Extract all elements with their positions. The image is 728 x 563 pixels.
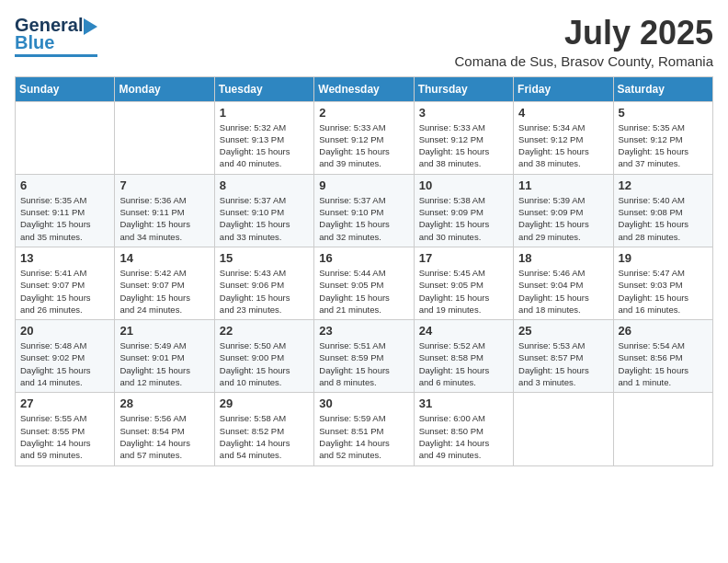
calendar-cell <box>115 101 214 174</box>
calendar-cell: 2Sunrise: 5:33 AM Sunset: 9:12 PM Daylig… <box>314 101 414 174</box>
calendar-cell <box>514 393 613 465</box>
day-info: Sunrise: 5:38 AM Sunset: 9:09 PM Dayligh… <box>419 194 508 243</box>
day-number: 5 <box>619 106 708 120</box>
page-header: General Blue July 2025 Comana de Sus, Br… <box>15 15 713 69</box>
week-row-3: 13Sunrise: 5:41 AM Sunset: 9:07 PM Dayli… <box>16 247 713 319</box>
day-info: Sunrise: 6:00 AM Sunset: 8:50 PM Dayligh… <box>419 412 508 461</box>
day-number: 28 <box>119 396 209 410</box>
calendar-cell: 21Sunrise: 5:49 AM Sunset: 9:01 PM Dayli… <box>115 320 214 393</box>
day-info: Sunrise: 5:52 AM Sunset: 8:58 PM Dayligh… <box>419 339 508 388</box>
day-number: 21 <box>119 324 209 338</box>
week-row-4: 20Sunrise: 5:48 AM Sunset: 9:02 PM Dayli… <box>16 320 713 393</box>
calendar-cell: 15Sunrise: 5:43 AM Sunset: 9:06 PM Dayli… <box>214 247 313 319</box>
week-row-5: 27Sunrise: 5:55 AM Sunset: 8:55 PM Dayli… <box>16 393 713 465</box>
day-info: Sunrise: 5:44 AM Sunset: 9:05 PM Dayligh… <box>319 267 408 316</box>
day-number: 22 <box>220 324 309 338</box>
day-number: 23 <box>319 324 408 338</box>
logo: General Blue <box>15 15 97 57</box>
day-number: 1 <box>220 106 309 120</box>
day-info: Sunrise: 5:56 AM Sunset: 8:54 PM Dayligh… <box>119 412 209 461</box>
day-number: 2 <box>319 106 408 120</box>
day-number: 10 <box>419 178 508 192</box>
day-info: Sunrise: 5:46 AM Sunset: 9:04 PM Dayligh… <box>518 267 608 316</box>
day-info: Sunrise: 5:51 AM Sunset: 8:59 PM Dayligh… <box>319 339 408 388</box>
calendar-cell: 12Sunrise: 5:40 AM Sunset: 9:08 PM Dayli… <box>613 174 712 247</box>
day-info: Sunrise: 5:35 AM Sunset: 9:12 PM Dayligh… <box>619 121 708 170</box>
day-info: Sunrise: 5:32 AM Sunset: 9:13 PM Dayligh… <box>220 121 309 170</box>
day-number: 27 <box>20 396 109 410</box>
day-info: Sunrise: 5:48 AM Sunset: 9:02 PM Dayligh… <box>20 339 109 388</box>
calendar-cell <box>613 393 712 465</box>
calendar-cell: 25Sunrise: 5:53 AM Sunset: 8:57 PM Dayli… <box>514 320 613 393</box>
day-number: 25 <box>518 324 608 338</box>
calendar-header-row: SundayMondayTuesdayWednesdayThursdayFrid… <box>16 76 713 101</box>
logo-blue: Blue <box>15 32 54 53</box>
day-number: 11 <box>518 178 608 192</box>
calendar-body: 1Sunrise: 5:32 AM Sunset: 9:13 PM Daylig… <box>16 101 713 465</box>
day-info: Sunrise: 5:33 AM Sunset: 9:12 PM Dayligh… <box>319 121 408 170</box>
calendar-cell: 30Sunrise: 5:59 AM Sunset: 8:51 PM Dayli… <box>314 393 414 465</box>
col-header-monday: Monday <box>115 76 214 101</box>
calendar-cell: 23Sunrise: 5:51 AM Sunset: 8:59 PM Dayli… <box>314 320 414 393</box>
day-number: 24 <box>419 324 508 338</box>
week-row-1: 1Sunrise: 5:32 AM Sunset: 9:13 PM Daylig… <box>16 101 713 174</box>
calendar-cell: 22Sunrise: 5:50 AM Sunset: 9:00 PM Dayli… <box>214 320 313 393</box>
day-number: 26 <box>619 324 708 338</box>
calendar-cell: 6Sunrise: 5:35 AM Sunset: 9:11 PM Daylig… <box>16 174 115 247</box>
day-info: Sunrise: 5:37 AM Sunset: 9:10 PM Dayligh… <box>220 194 309 243</box>
calendar-cell: 24Sunrise: 5:52 AM Sunset: 8:58 PM Dayli… <box>414 320 513 393</box>
day-info: Sunrise: 5:47 AM Sunset: 9:03 PM Dayligh… <box>619 267 708 316</box>
day-number: 4 <box>518 106 608 120</box>
calendar-cell: 29Sunrise: 5:58 AM Sunset: 8:52 PM Dayli… <box>214 393 313 465</box>
day-number: 7 <box>119 178 209 192</box>
calendar-cell: 26Sunrise: 5:54 AM Sunset: 8:56 PM Dayli… <box>613 320 712 393</box>
day-info: Sunrise: 5:45 AM Sunset: 9:05 PM Dayligh… <box>419 267 508 316</box>
title-block: July 2025 Comana de Sus, Brasov County, … <box>454 15 713 69</box>
calendar-cell: 7Sunrise: 5:36 AM Sunset: 9:11 PM Daylig… <box>115 174 214 247</box>
day-info: Sunrise: 5:53 AM Sunset: 8:57 PM Dayligh… <box>518 339 608 388</box>
col-header-wednesday: Wednesday <box>314 76 414 101</box>
week-row-2: 6Sunrise: 5:35 AM Sunset: 9:11 PM Daylig… <box>16 174 713 247</box>
day-info: Sunrise: 5:40 AM Sunset: 9:08 PM Dayligh… <box>619 194 708 243</box>
calendar-cell: 28Sunrise: 5:56 AM Sunset: 8:54 PM Dayli… <box>115 393 214 465</box>
day-info: Sunrise: 5:33 AM Sunset: 9:12 PM Dayligh… <box>419 121 508 170</box>
calendar-cell: 13Sunrise: 5:41 AM Sunset: 9:07 PM Dayli… <box>16 247 115 319</box>
calendar-cell: 16Sunrise: 5:44 AM Sunset: 9:05 PM Dayli… <box>314 247 414 319</box>
day-number: 18 <box>518 251 608 265</box>
calendar-cell: 27Sunrise: 5:55 AM Sunset: 8:55 PM Dayli… <box>16 393 115 465</box>
day-number: 29 <box>220 396 309 410</box>
calendar-cell <box>16 101 115 174</box>
day-number: 30 <box>319 396 408 410</box>
day-number: 8 <box>220 178 309 192</box>
day-info: Sunrise: 5:59 AM Sunset: 8:51 PM Dayligh… <box>319 412 408 461</box>
calendar-cell: 10Sunrise: 5:38 AM Sunset: 9:09 PM Dayli… <box>414 174 513 247</box>
calendar: SundayMondayTuesdayWednesdayThursdayFrid… <box>15 76 713 466</box>
day-info: Sunrise: 5:55 AM Sunset: 8:55 PM Dayligh… <box>20 412 109 461</box>
day-info: Sunrise: 5:34 AM Sunset: 9:12 PM Dayligh… <box>518 121 608 170</box>
day-info: Sunrise: 5:42 AM Sunset: 9:07 PM Dayligh… <box>119 267 209 316</box>
calendar-cell: 1Sunrise: 5:32 AM Sunset: 9:13 PM Daylig… <box>214 101 313 174</box>
day-info: Sunrise: 5:41 AM Sunset: 9:07 PM Dayligh… <box>20 267 109 316</box>
col-header-friday: Friday <box>514 76 613 101</box>
day-number: 13 <box>20 251 109 265</box>
day-number: 12 <box>619 178 708 192</box>
calendar-cell: 9Sunrise: 5:37 AM Sunset: 9:10 PM Daylig… <box>314 174 414 247</box>
day-info: Sunrise: 5:39 AM Sunset: 9:09 PM Dayligh… <box>518 194 608 243</box>
calendar-cell: 17Sunrise: 5:45 AM Sunset: 9:05 PM Dayli… <box>414 247 513 319</box>
day-info: Sunrise: 5:50 AM Sunset: 9:00 PM Dayligh… <box>220 339 309 388</box>
day-number: 14 <box>119 251 209 265</box>
location: Comana de Sus, Brasov County, Romania <box>454 53 713 69</box>
day-number: 17 <box>419 251 508 265</box>
col-header-tuesday: Tuesday <box>214 76 313 101</box>
calendar-cell: 14Sunrise: 5:42 AM Sunset: 9:07 PM Dayli… <box>115 247 214 319</box>
day-number: 20 <box>20 324 109 338</box>
calendar-cell: 4Sunrise: 5:34 AM Sunset: 9:12 PM Daylig… <box>514 101 613 174</box>
col-header-sunday: Sunday <box>16 76 115 101</box>
day-info: Sunrise: 5:37 AM Sunset: 9:10 PM Dayligh… <box>319 194 408 243</box>
calendar-cell: 20Sunrise: 5:48 AM Sunset: 9:02 PM Dayli… <box>16 320 115 393</box>
calendar-cell: 3Sunrise: 5:33 AM Sunset: 9:12 PM Daylig… <box>414 101 513 174</box>
calendar-cell: 5Sunrise: 5:35 AM Sunset: 9:12 PM Daylig… <box>613 101 712 174</box>
day-info: Sunrise: 5:36 AM Sunset: 9:11 PM Dayligh… <box>119 194 209 243</box>
calendar-cell: 18Sunrise: 5:46 AM Sunset: 9:04 PM Dayli… <box>514 247 613 319</box>
day-number: 19 <box>619 251 708 265</box>
